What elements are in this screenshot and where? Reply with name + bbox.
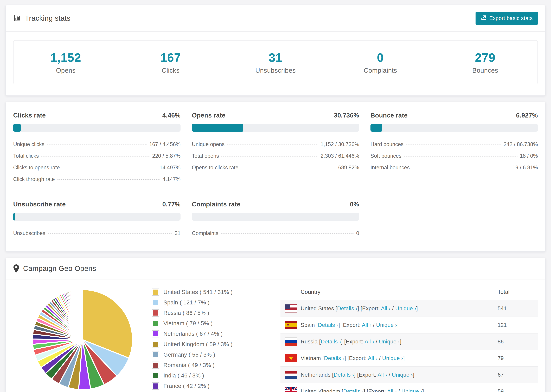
geo-pie-wrap: [13, 284, 152, 392]
rate-row-label: Total opens: [192, 153, 219, 159]
country-cell: Spain [Details ›] [Export: All › / Uniqu…: [301, 317, 498, 333]
details-link[interactable]: Details ›: [334, 372, 354, 378]
rate-detail-row: Internal bounces 19 / 6.81%: [370, 162, 538, 173]
stat-label: Unsubscribes: [223, 67, 328, 74]
details-link[interactable]: Details ›: [343, 388, 364, 392]
dotted-leader: [404, 156, 517, 156]
rate-row-label: Click through rate: [13, 176, 55, 182]
rate-block: Opens rate 30.736% Unique opens 1,152 / …: [192, 112, 359, 185]
rate-detail-row: Unsubscribes 31: [13, 227, 181, 239]
export-prefix: Export:: [346, 338, 365, 345]
legend-item: Romania ( 49 / 3% ): [152, 361, 270, 369]
export-unique-link[interactable]: Unique ›: [382, 355, 403, 361]
rate-detail-row: Unique opens 1,152 / 30.736%: [192, 139, 359, 150]
legend-label: Russia ( 86 / 5% ): [163, 310, 209, 316]
legend-swatch: [152, 362, 159, 369]
details-link[interactable]: Details ›: [337, 305, 357, 311]
rate-detail-row: Unique clicks 167 / 4.456%: [13, 139, 181, 150]
dotted-leader: [48, 233, 172, 234]
rate-row-value: 1,152 / 30.736%: [320, 141, 359, 147]
details-link[interactable]: Details ›: [324, 355, 344, 361]
bracket: ]: [400, 338, 402, 345]
geo-table-row: Netherlands [Details ›] [Export: All › /…: [281, 366, 538, 383]
details-link[interactable]: Details ›: [321, 338, 341, 345]
export-all-link[interactable]: All ›: [381, 305, 390, 311]
stat-label: Complaints: [328, 67, 433, 74]
legend-label: Vietnam ( 79 / 5% ): [163, 320, 213, 327]
export-unique-link[interactable]: Unique ›: [376, 322, 397, 328]
rate-detail-row: Complaints 0: [192, 227, 359, 239]
geo-table-row: Russia [Details ›] [Export: All › / Uniq…: [281, 333, 538, 350]
bracket: ] [: [354, 372, 359, 378]
total-cell: 79: [498, 350, 538, 366]
rate-progress-track: [13, 213, 181, 221]
rate-head: Unsubscribe rate 0.77%: [13, 201, 181, 208]
dotted-leader: [406, 145, 501, 145]
export-all-link[interactable]: All ›: [387, 388, 397, 392]
export-prefix: Export:: [359, 372, 377, 378]
rate-row-label: Clicks to opens rate: [13, 165, 60, 171]
rate-progress-track: [370, 124, 538, 132]
export-all-link[interactable]: All ›: [362, 322, 372, 328]
slash: /: [397, 388, 401, 392]
rate-row-label: Total clicks: [13, 153, 39, 159]
geo-body: United States ( 541 / 31% ) Spain ( 121 …: [6, 280, 545, 392]
export-all-link[interactable]: All ›: [378, 372, 387, 378]
slash: /: [391, 305, 395, 311]
summary-stat: 279 Bounces: [433, 41, 537, 84]
rate-head: Bounce rate 6.927%: [370, 112, 538, 119]
rate-title: Complaints rate: [192, 201, 240, 208]
rate-value: 30.736%: [334, 112, 359, 119]
legend-swatch: [152, 372, 159, 379]
stat-label: Clicks: [118, 67, 223, 74]
tracking-stats-title: Tracking stats: [13, 14, 71, 22]
export-unique-link[interactable]: Unique ›: [379, 338, 400, 345]
rate-title: Unsubscribe rate: [13, 201, 66, 208]
legend-label: France ( 42 / 2% ): [163, 383, 210, 389]
tracking-stats-header: Tracking stats Export basic stats: [6, 5, 545, 32]
export-basic-stats-button[interactable]: Export basic stats: [475, 12, 538, 25]
legend-swatch: [152, 351, 159, 358]
rate-row-value: 167 / 4.456%: [149, 141, 181, 147]
export-all-link[interactable]: All ›: [368, 355, 377, 361]
rate-value: 0%: [350, 201, 359, 208]
dotted-leader: [412, 168, 510, 168]
rate-progress-fill: [13, 124, 21, 132]
stat-value: 31: [223, 51, 328, 64]
rate-block: Complaints rate 0% Complaints 0: [192, 201, 359, 239]
summary-stat: 31 Unsubscribes: [223, 41, 328, 84]
rate-row-value: 220 / 5.87%: [152, 153, 181, 159]
bracket: ]: [397, 322, 399, 328]
country-name: Russia: [301, 338, 319, 345]
us-flag-icon: [281, 300, 301, 317]
stat-label: Opens: [14, 67, 118, 74]
rate-title: Opens rate: [192, 112, 225, 119]
geo-table-header-row: Country Total: [281, 284, 538, 300]
rate-progress-track: [192, 124, 359, 132]
total-cell: 541: [498, 300, 538, 317]
legend-item: United Kingdom ( 59 / 3% ): [152, 341, 270, 348]
slash: /: [377, 355, 382, 361]
rate-row-label: Unique clicks: [13, 141, 44, 147]
country-name: United States: [301, 305, 336, 311]
export-unique-link[interactable]: Unique ›: [392, 372, 413, 378]
geo-table: Country Total United States [Details ›] …: [281, 284, 538, 392]
legend-label: United States ( 541 / 31% ): [163, 289, 233, 295]
rate-row-label: Opens to clicks rate: [192, 165, 238, 171]
rate-progress-track: [13, 124, 181, 132]
rate-detail-row: Soft bounces 18 / 0%: [370, 150, 538, 162]
details-link[interactable]: Details ›: [318, 322, 338, 328]
pie-slice: [82, 290, 83, 340]
export-unique-link[interactable]: Unique ›: [395, 305, 416, 311]
geo-card-title: Campaign Geo Opens: [13, 264, 96, 273]
export-all-link[interactable]: All ›: [365, 338, 374, 345]
legend-label: Spain ( 121 / 7% ): [163, 299, 210, 306]
rate-head: Complaints rate 0%: [192, 201, 359, 208]
rate-row-value: 0: [356, 230, 359, 236]
dotted-leader: [41, 156, 150, 156]
export-unique-link[interactable]: Unique ›: [402, 388, 423, 392]
geo-pie-chart: [29, 287, 135, 392]
country-cell: United Kingdom [Details ›] [Export: All …: [301, 383, 498, 392]
slash: /: [387, 372, 392, 378]
geo-legend: United States ( 541 / 31% ) Spain ( 121 …: [152, 284, 270, 392]
